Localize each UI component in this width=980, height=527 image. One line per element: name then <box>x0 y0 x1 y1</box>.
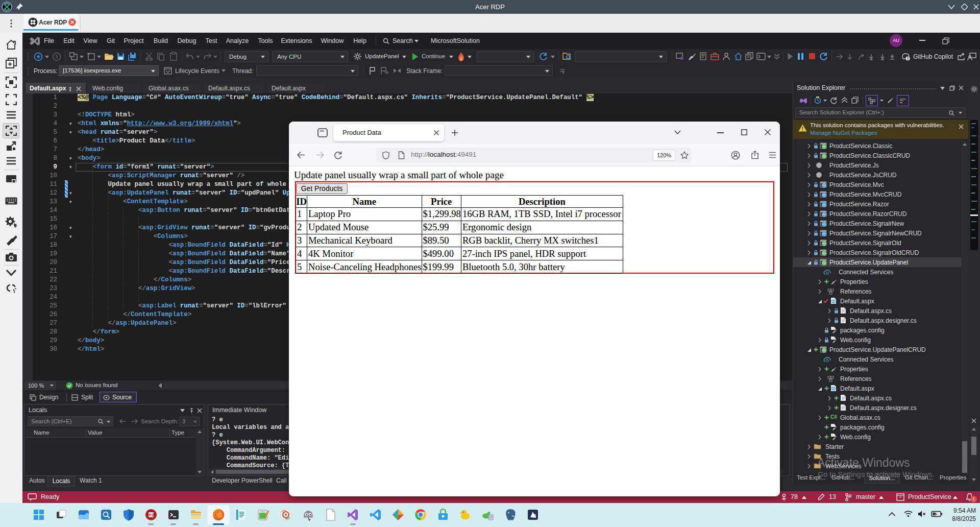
svg-text:FZ: FZ <box>149 513 154 517</box>
